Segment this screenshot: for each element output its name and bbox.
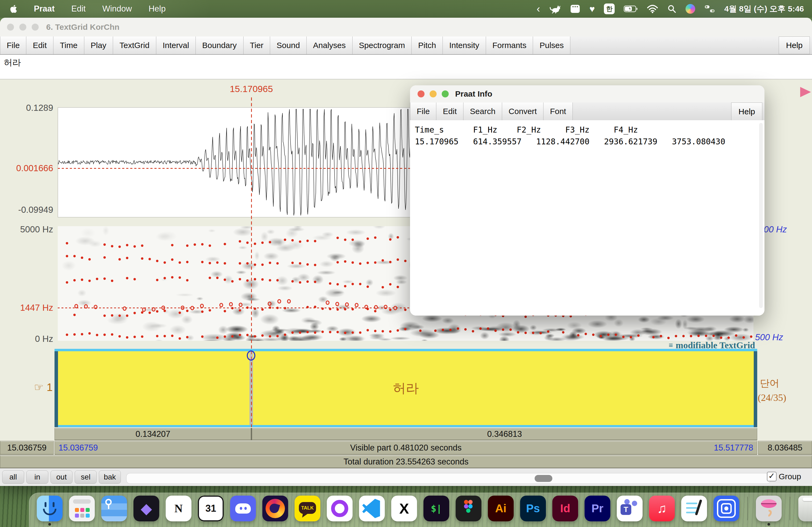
dock-apple-music-icon[interactable]: ♫ bbox=[649, 496, 675, 521]
dock-premiere-glyph: Pr bbox=[592, 503, 603, 514]
info-menu-file[interactable]: File bbox=[410, 103, 436, 120]
interval-text-field[interactable]: 허라 bbox=[0, 54, 812, 79]
info-zoom-button[interactable] bbox=[442, 90, 449, 97]
menu-edit[interactable]: Edit bbox=[26, 36, 54, 54]
dock-black-x-app-icon[interactable]: X bbox=[391, 496, 417, 521]
info-close-button[interactable] bbox=[418, 90, 424, 97]
back-chevron-icon[interactable]: ‹ bbox=[536, 3, 540, 14]
dock-illustrator-icon[interactable]: Ai bbox=[488, 496, 514, 521]
minimize-button[interactable] bbox=[19, 24, 26, 31]
info-menu-convert[interactable]: Convert bbox=[502, 103, 543, 120]
selection-left-duration-button[interactable]: 0.134207 bbox=[55, 428, 251, 440]
menubar-app-name[interactable]: Praat bbox=[34, 4, 55, 14]
siri-icon[interactable] bbox=[685, 3, 695, 14]
dock-notion-calendar-icon[interactable]: 31 bbox=[198, 496, 224, 521]
dock-iterm-glyph: $| bbox=[431, 504, 442, 513]
menu-play[interactable]: Play bbox=[84, 36, 113, 54]
menu-pitch[interactable]: Pitch bbox=[412, 36, 443, 54]
dock-teams-icon[interactable]: T bbox=[617, 496, 642, 521]
info-scrollbar[interactable] bbox=[759, 123, 763, 308]
info-titlebar[interactable]: Praat Info bbox=[410, 85, 765, 103]
menubar-window[interactable]: Window bbox=[102, 4, 132, 14]
menubar-help[interactable]: Help bbox=[148, 4, 166, 14]
menu-file[interactable]: File bbox=[0, 36, 26, 54]
dock-discord-icon[interactable] bbox=[230, 496, 256, 521]
dock-premiere-icon[interactable]: Pr bbox=[584, 496, 610, 521]
dock-photoshop-icon[interactable]: Ps bbox=[520, 496, 546, 521]
zoom-all-button[interactable]: all bbox=[2, 470, 24, 484]
apple-menu[interactable] bbox=[9, 3, 17, 14]
zoom-sel-button[interactable]: sel bbox=[75, 470, 97, 484]
control-center-icon[interactable] bbox=[704, 3, 715, 14]
dock-firefox-icon[interactable] bbox=[262, 496, 288, 521]
menu-boundary[interactable]: Boundary bbox=[196, 36, 243, 54]
menu-textgrid[interactable]: TextGrid bbox=[113, 36, 156, 54]
dock-obsidian-icon[interactable]: ◆ bbox=[133, 496, 159, 521]
dock-finder-icon[interactable] bbox=[37, 496, 62, 521]
search-icon[interactable] bbox=[667, 3, 677, 14]
dock-iterm-icon[interactable]: $| bbox=[423, 496, 449, 521]
info-menu-help[interactable]: Help bbox=[731, 103, 762, 120]
heart-icon[interactable]: ♥ bbox=[590, 3, 595, 14]
praat-info-window[interactable]: Praat Info File Edit Search Convert Font… bbox=[410, 85, 765, 316]
window-start-time[interactable]: 15.036759 bbox=[0, 441, 54, 455]
dock-goodnotes-icon[interactable] bbox=[681, 496, 707, 521]
wifi-icon[interactable] bbox=[647, 3, 658, 14]
total-duration-button[interactable]: Total duration 23.554263 seconds bbox=[0, 455, 812, 468]
cursor-handle-circle[interactable] bbox=[247, 350, 255, 361]
info-menu-font[interactable]: Font bbox=[543, 103, 573, 120]
editor-titlebar[interactable] bbox=[0, 18, 812, 37]
visible-part-button[interactable]: 15.036759 Visible part 0.481020 seconds … bbox=[55, 441, 757, 455]
menu-interval[interactable]: Interval bbox=[156, 36, 196, 54]
menubar-edit[interactable]: Edit bbox=[71, 4, 86, 14]
input-source-badge[interactable]: 한 bbox=[604, 3, 615, 14]
info-menu-edit[interactable]: Edit bbox=[436, 103, 463, 120]
window-manager-icon[interactable] bbox=[570, 3, 580, 14]
window-remaining-time[interactable]: 8.036485 bbox=[758, 441, 812, 455]
menu-intensity[interactable]: Intensity bbox=[443, 36, 486, 54]
dock-purple-ring-app-icon[interactable] bbox=[327, 496, 352, 521]
dock-kakaotalk-icon[interactable]: TALK bbox=[294, 496, 320, 521]
dock-concentric-app-icon[interactable] bbox=[713, 496, 739, 521]
cat-app-icon[interactable] bbox=[549, 3, 561, 14]
zoom-button[interactable] bbox=[32, 24, 39, 31]
info-text-area[interactable]: Time_s F1_Hz F2_Hz F3_Hz F4_Hz15.170965 … bbox=[410, 120, 765, 316]
dock-vscode-icon[interactable] bbox=[359, 496, 385, 521]
pitch-dot bbox=[335, 302, 339, 306]
selection-right-duration-button[interactable]: 0.346813 bbox=[252, 428, 757, 440]
tier-number[interactable]: ☞ 1 bbox=[0, 381, 53, 393]
dock-notion-calendar-glyph: 31 bbox=[205, 504, 216, 513]
zoom-out-button[interactable]: out bbox=[50, 470, 73, 484]
close-button[interactable] bbox=[7, 24, 14, 31]
menu-analyses[interactable]: Analyses bbox=[307, 36, 352, 54]
textgrid-menu-label: modifiable TextGrid bbox=[676, 340, 755, 350]
battery-icon[interactable] bbox=[624, 3, 638, 14]
menu-pulses[interactable]: Pulses bbox=[533, 36, 570, 54]
dock-praat-icon[interactable] bbox=[756, 496, 782, 521]
menubar-clock[interactable]: 4월 8일 (수) 오후 5:46 bbox=[724, 3, 804, 15]
dock-notion-icon[interactable]: N bbox=[166, 496, 191, 521]
menu-formants[interactable]: Formants bbox=[486, 36, 533, 54]
interval-label[interactable]: 허라 bbox=[58, 351, 754, 425]
zoom-in-button[interactable]: in bbox=[26, 470, 48, 484]
scrollbar-thumb[interactable] bbox=[535, 475, 552, 482]
cursor-time-label: 15.170965 bbox=[211, 84, 292, 94]
zoom-bak-button[interactable]: bak bbox=[99, 470, 121, 484]
menu-sound[interactable]: Sound bbox=[270, 36, 307, 54]
horizontal-scrollbar[interactable] bbox=[126, 473, 771, 484]
dock-figma-icon[interactable] bbox=[456, 496, 481, 521]
dock-indesign-icon[interactable]: Id bbox=[552, 496, 578, 521]
menu-time[interactable]: Time bbox=[54, 36, 84, 54]
info-menu-search[interactable]: Search bbox=[463, 103, 502, 120]
cursor-hairline[interactable] bbox=[251, 97, 252, 427]
pitch-dot bbox=[229, 302, 233, 306]
dock-blue-stripes-app-icon[interactable] bbox=[101, 496, 127, 521]
menu-help[interactable]: Help bbox=[779, 36, 810, 54]
menu-tier[interactable]: Tier bbox=[244, 36, 271, 54]
dock-trash-icon[interactable] bbox=[798, 496, 812, 521]
menu-spectrogram[interactable]: Spectrogram bbox=[352, 36, 412, 54]
group-label[interactable]: Group bbox=[779, 472, 801, 481]
group-checkbox[interactable] bbox=[767, 472, 777, 481]
dock-app-launcher-icon[interactable] bbox=[69, 496, 95, 521]
info-minimize-button[interactable] bbox=[430, 90, 437, 97]
